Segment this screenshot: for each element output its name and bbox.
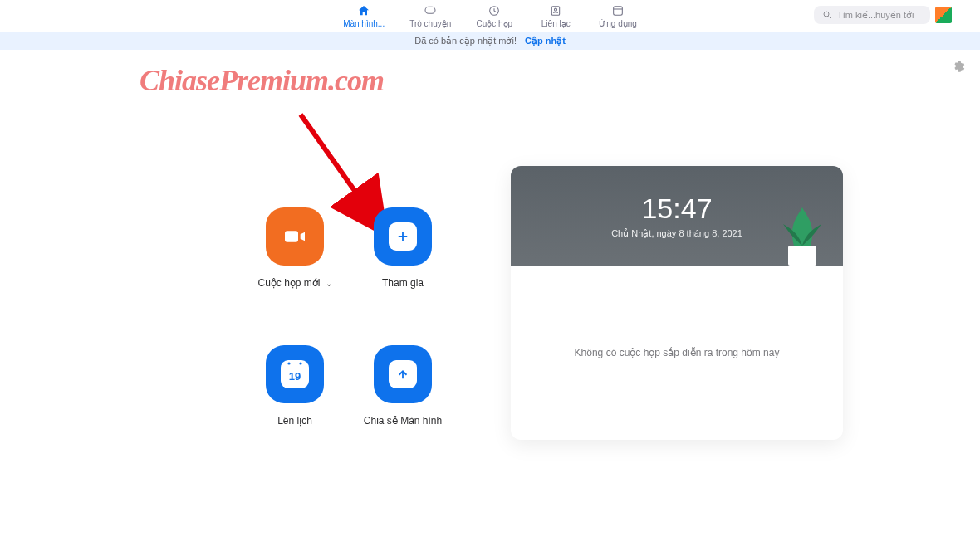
- plus-badge: [389, 222, 417, 251]
- tile-label: Lên lịch: [277, 415, 312, 427]
- chat-icon: [424, 4, 437, 17]
- panel-body: Không có cuộc họp sắp diễn ra trong hôm …: [511, 266, 843, 440]
- schedule-panel: 15:47 Chủ Nhật, ngày 8 tháng 8, 2021 Khô…: [511, 166, 843, 440]
- no-meetings-text: Không có cuộc họp sắp diễn ra trong hôm …: [575, 347, 780, 358]
- svg-rect-6: [285, 231, 298, 241]
- avatar[interactable]: [935, 7, 952, 23]
- clock-date: Chủ Nhật, ngày 8 tháng 8, 2021: [611, 228, 742, 239]
- tab-contacts[interactable]: Liên lạc: [537, 4, 574, 28]
- tab-label: Cuộc họp: [476, 19, 512, 28]
- svg-point-8: [287, 362, 290, 364]
- video-icon: [282, 223, 308, 250]
- tile-share-screen: Chia sẻ Màn hình: [364, 345, 442, 427]
- search-icon: [822, 10, 832, 20]
- calendar-icon: [281, 360, 309, 388]
- search-area: Tìm kiế...huyền tới: [814, 6, 952, 24]
- settings-button[interactable]: [952, 60, 965, 76]
- tile-label: Cuộc họp mới ⌄: [257, 277, 331, 289]
- share-screen-button[interactable]: [374, 345, 432, 403]
- arrow-up-icon: [395, 367, 410, 382]
- panel-header: 15:47 Chủ Nhật, ngày 8 tháng 8, 2021: [511, 166, 843, 266]
- search-input[interactable]: Tìm kiế...huyền tới: [814, 6, 930, 24]
- tab-label: Trò chuyện: [409, 19, 451, 28]
- calendar-badge: 19: [281, 360, 309, 388]
- svg-rect-4: [614, 6, 623, 15]
- tab-list: Màn hình... Trò chuyện Cuộc họp Liên lạc…: [343, 4, 637, 28]
- plant-illustration: [773, 199, 831, 266]
- update-text: Đã có bản cập nhật mới!: [414, 36, 517, 46]
- tile-label: Chia sẻ Màn hình: [364, 415, 442, 427]
- join-button[interactable]: [374, 207, 432, 266]
- update-link[interactable]: Cập nhật: [525, 36, 566, 46]
- share-badge: [389, 360, 417, 388]
- svg-rect-0: [425, 7, 435, 13]
- clock-time: 15:47: [641, 193, 712, 225]
- tab-label: Màn hình...: [343, 19, 385, 28]
- plus-icon: [395, 229, 410, 244]
- svg-point-3: [555, 8, 557, 11]
- tile-schedule: 19 Lên lịch: [266, 345, 324, 427]
- gear-icon: [952, 60, 965, 73]
- watermark: ChiasePremium.com: [140, 63, 384, 98]
- tab-chat[interactable]: Trò chuyện: [409, 4, 451, 28]
- svg-rect-10: [788, 246, 816, 266]
- tab-label: Ứng dụng: [599, 19, 637, 28]
- tile-join: Tham gia: [374, 207, 432, 289]
- tab-meetings[interactable]: Cuộc họp: [476, 4, 512, 28]
- clock-icon: [488, 4, 501, 17]
- apps-icon: [611, 4, 625, 17]
- tab-apps[interactable]: Ứng dụng: [599, 4, 637, 28]
- new-meeting-button[interactable]: [266, 207, 324, 266]
- search-placeholder: Tìm kiế...huyền tới: [837, 10, 914, 21]
- tile-label: Tham gia: [382, 277, 424, 289]
- svg-point-5: [824, 12, 829, 17]
- tab-label: Liên lạc: [541, 19, 571, 28]
- update-banner: Đã có bản cập nhật mới! Cập nhật: [0, 32, 980, 50]
- top-nav: Màn hình... Trò chuyện Cuộc họp Liên lạc…: [0, 0, 980, 32]
- action-grid: Cuộc họp mới ⌄ Tham gia 19 Lên lịch: [241, 207, 457, 453]
- chevron-down-icon[interactable]: ⌄: [326, 279, 332, 288]
- home-icon: [357, 4, 370, 17]
- new-meeting-label: Cuộc họp mới: [257, 277, 320, 289]
- tab-home[interactable]: Màn hình...: [343, 4, 385, 28]
- contacts-icon: [549, 4, 562, 17]
- tile-new-meeting: Cuộc họp mới ⌄: [257, 207, 331, 289]
- schedule-button[interactable]: 19: [266, 345, 324, 403]
- svg-point-9: [299, 362, 301, 364]
